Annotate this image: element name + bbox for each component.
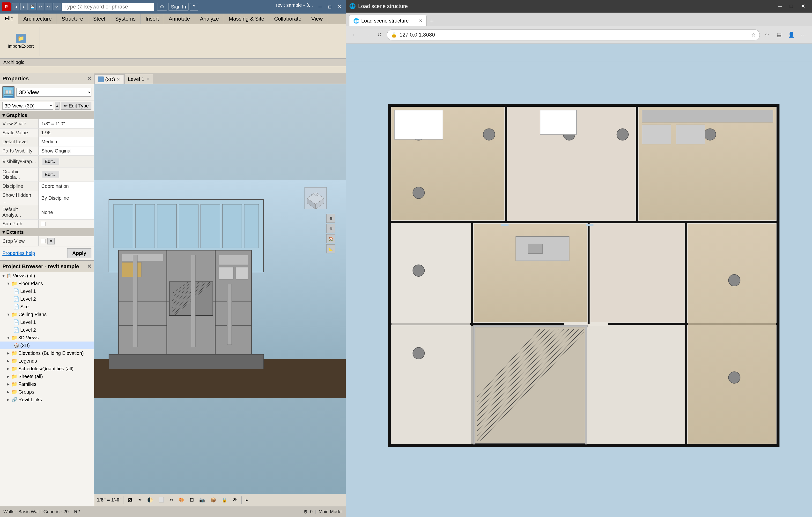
prop-value-detail-level[interactable]: Medium <box>39 137 94 146</box>
import-export-btn[interactable]: 📁 Import/Export <box>6 33 36 50</box>
camera-button[interactable]: 📷 <box>197 496 207 505</box>
prop-type-select[interactable]: 3D View: (3D) <box>2 102 53 110</box>
browser-item-schedules[interactable]: ▸ 📁 Schedules/Quantities (all) <box>0 365 94 373</box>
graphics-display-button[interactable]: 🖼 <box>126 496 135 505</box>
collapse-graphics-icon[interactable]: ▾ <box>2 112 5 118</box>
tab-3d-view[interactable]: (3D) ✕ <box>94 75 124 84</box>
level1-view-tab-close[interactable]: ✕ <box>146 77 149 82</box>
3d-button[interactable]: ⚀ <box>187 496 196 505</box>
tab-level1-view[interactable]: Level 1 ✕ <box>124 74 153 84</box>
browser-item-level2-ceiling[interactable]: 📄 Level 2 <box>0 326 94 334</box>
browser-item-views-all[interactable]: ▾ 📋 Views (all) <box>0 272 94 279</box>
render-button[interactable]: 🎨 <box>176 496 187 505</box>
browser-item-level1-floor[interactable]: 📄 Level 1 <box>0 287 94 295</box>
browser-item-level1-ceiling[interactable]: 📄 Level 1 <box>0 318 94 326</box>
browser-item-groups[interactable]: ▸ 📁 Groups <box>0 388 94 396</box>
prop-value-view-scale[interactable]: 1/8" = 1'-0" <box>39 119 94 128</box>
visibility-edit-button[interactable]: Edit... <box>42 158 59 165</box>
maximize-button[interactable]: □ <box>325 2 334 11</box>
tab-analyze[interactable]: Analyze <box>195 13 224 24</box>
favorite-icon[interactable]: ☆ <box>751 32 756 38</box>
prop-row-default-analysis: Default Analys... None <box>0 205 94 220</box>
project-browser-tree[interactable]: ▾ 📋 Views (all) ▾ 📁 Floor Plans 📄 Level … <box>0 272 94 506</box>
browser-back-button[interactable]: ← <box>349 30 360 40</box>
minimize-button[interactable]: ─ <box>316 2 324 11</box>
collapse-extents-icon[interactable]: ▾ <box>2 229 5 235</box>
browser-refresh-button[interactable]: ↺ <box>374 30 385 40</box>
browser-maximize-button[interactable]: □ <box>786 2 797 11</box>
view-type-dropdown[interactable]: 3D View <box>17 88 91 97</box>
signin-button[interactable]: Sign In <box>168 3 188 11</box>
tab-massing[interactable]: Massing & Site <box>224 13 269 24</box>
forward-button[interactable]: ▸ <box>20 3 28 10</box>
browser-tab-active[interactable]: 🌐 Load scene structure ✕ <box>349 15 427 26</box>
apply-button[interactable]: Apply <box>67 248 91 258</box>
edit-type-button[interactable]: ✏ Edit Type <box>61 102 91 110</box>
browser-close-button[interactable]: ✕ <box>798 2 809 11</box>
project-browser-close-button[interactable]: ✕ <box>87 263 91 270</box>
browser-tab-close-button[interactable]: ✕ <box>419 18 423 24</box>
tab-structure[interactable]: Structure <box>57 13 88 24</box>
redo-button[interactable]: ↪ <box>45 3 52 10</box>
address-bar[interactable]: 🔒 127.0.0.1:8080 ☆ <box>387 29 760 40</box>
prop-value-parts-visibility[interactable]: Show Original <box>39 146 94 155</box>
help-button[interactable]: ? <box>190 3 198 11</box>
tab-architecture[interactable]: Architecture <box>18 13 57 24</box>
save-button[interactable]: 💾 <box>29 3 36 10</box>
crop-region-button[interactable]: ✂ <box>167 496 176 505</box>
crop-view-checkbox[interactable] <box>41 239 46 243</box>
eye-button[interactable]: 👁 <box>230 496 239 505</box>
properties-close-button[interactable]: ✕ <box>87 76 91 82</box>
browser-item-site-floor[interactable]: 📄 Site <box>0 303 94 310</box>
browser-item-floor-plans[interactable]: ▾ 📁 Floor Plans <box>0 279 94 287</box>
tab-file[interactable]: File <box>0 13 18 24</box>
crop-view-dropdown[interactable]: ▾ <box>48 238 55 244</box>
browser-item-ceiling-plans[interactable]: ▾ 📁 Ceiling Plans <box>0 310 94 318</box>
3d-view-tab-close[interactable]: ✕ <box>117 77 120 82</box>
prop-value-default-analysis[interactable]: None <box>39 205 94 219</box>
browser-minimize-button[interactable]: ─ <box>774 2 785 11</box>
undo-button[interactable]: ↩ <box>37 3 44 10</box>
browser-collections-button[interactable]: ▤ <box>774 30 784 40</box>
expand-button[interactable]: ▸ <box>243 496 250 505</box>
browser-item-sheets[interactable]: ▸ 📁 Sheets (all) <box>0 373 94 380</box>
tab-insert[interactable]: Insert <box>141 13 164 24</box>
svg-rect-98 <box>540 110 577 134</box>
new-tab-button[interactable]: + <box>427 16 437 26</box>
prop-type-options-icon[interactable]: ⚙ <box>55 102 59 110</box>
browser-item-legends[interactable]: ▸ 📁 Legends <box>0 357 94 365</box>
lock-button[interactable]: 🔒 <box>219 496 230 505</box>
search-input[interactable] <box>62 3 154 11</box>
3d-viewport[interactable]: FRONT ⊕ ⊖ 🏠 <box>94 84 346 494</box>
graphic-display-edit-button[interactable]: Edit... <box>42 171 59 178</box>
browser-item-3d-views[interactable]: ▾ 📁 3D Views <box>0 334 94 342</box>
render-region-button[interactable]: ⬜ <box>156 496 166 505</box>
browser-item-elevations[interactable]: ▸ 📁 Elevations (Building Elevation) <box>0 349 94 357</box>
prop-value-discipline[interactable]: Coordination <box>39 182 94 191</box>
tab-annotate[interactable]: Annotate <box>164 13 195 24</box>
properties-scroll-area[interactable]: ▾ Graphics View Scale 1/8" = 1'-0" Scale… <box>0 111 94 246</box>
properties-help-link[interactable]: Properties help <box>2 250 65 256</box>
browser-item-level2-floor[interactable]: 📄 Level 2 <box>0 295 94 303</box>
browser-favorites-button[interactable]: ☆ <box>762 30 772 40</box>
back-button[interactable]: ◂ <box>12 3 19 10</box>
tab-steel[interactable]: Steel <box>88 13 110 24</box>
prop-value-show-hidden[interactable]: By Discipline <box>39 191 94 205</box>
browser-profile-button[interactable]: 👤 <box>786 30 796 40</box>
tab-view[interactable]: View <box>307 13 328 24</box>
browser-menu-button[interactable]: ⋯ <box>798 30 809 40</box>
browser-forward-button[interactable]: → <box>362 30 372 40</box>
shadows-button[interactable]: 🌓 <box>145 496 155 505</box>
browser-item-3d-view-selected[interactable]: 🎲 (3D) <box>0 342 94 349</box>
browser-item-families[interactable]: ▸ 📁 Families <box>0 380 94 388</box>
tab-collaborate[interactable]: Collaborate <box>269 13 307 24</box>
sync-button[interactable]: ⟳ <box>53 3 60 10</box>
svg-rect-100 <box>473 325 475 444</box>
sun-path-checkbox[interactable] <box>41 222 46 226</box>
info-button[interactable]: ⚙ <box>157 3 167 11</box>
tab-systems[interactable]: Systems <box>110 13 141 24</box>
close-button[interactable]: ✕ <box>335 2 344 11</box>
section-box-button[interactable]: 📦 <box>208 496 219 505</box>
sun-path-button[interactable]: ☀ <box>136 496 144 505</box>
browser-item-revit-links[interactable]: ▸ 🔗 Revit Links <box>0 396 94 404</box>
